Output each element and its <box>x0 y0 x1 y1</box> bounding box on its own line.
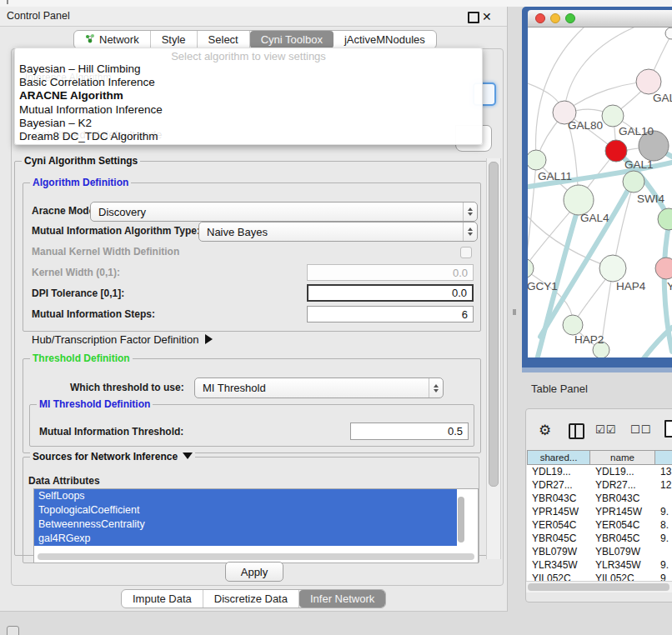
network-window-titlebar[interactable] <box>528 10 672 28</box>
table-cell[interactable]: YPR145W <box>532 505 579 518</box>
table-cell[interactable]: 9. <box>660 558 669 572</box>
table-cell[interactable]: 12 <box>660 478 671 492</box>
expanded-arrow-icon[interactable] <box>183 452 193 459</box>
table-cell[interactable]: 9 <box>660 572 666 581</box>
data-attributes-list[interactable]: SelfLoopsTopologicalCoefficientBetweenne… <box>33 488 479 563</box>
table-cell[interactable]: 8. <box>660 518 669 532</box>
mi-type-combo[interactable]: Naive Bayes <box>198 222 478 242</box>
network-node[interactable] <box>658 208 672 230</box>
data-attribute-item[interactable]: gal4RGexp <box>34 532 457 546</box>
table-column-header[interactable] <box>655 450 672 465</box>
data-attribute-item[interactable]: BetweennessCentrality <box>34 518 457 532</box>
table-cell[interactable]: YBL079W <box>595 545 640 558</box>
close-icon[interactable]: ✕ <box>482 8 492 25</box>
tab-label: Infer Network <box>310 590 374 608</box>
data-attribute-item[interactable]: TopologicalCoefficient <box>34 503 457 518</box>
table-cell[interactable]: YBR045C <box>595 532 639 545</box>
table-cell[interactable]: YDL19... <box>595 465 634 478</box>
network-graph[interactable]: GALGAL80GAL10GAL1GAL11SWI4GAL4GCY1HAP4YH… <box>528 28 672 358</box>
aracne-mode-combo[interactable]: Discovery <box>90 202 478 222</box>
float-window-icon[interactable] <box>468 12 479 23</box>
network-node[interactable] <box>528 150 546 170</box>
collapsed-panel-icon[interactable] <box>7 626 19 635</box>
data-attribute-item[interactable]: SelfLoops <box>34 489 457 503</box>
table-cell[interactable]: YLR345W <box>595 558 641 572</box>
kernel-width-field[interactable]: 0.0 <box>307 264 474 281</box>
tab-select[interactable]: Select <box>198 31 250 48</box>
manual-kernel-checkbox[interactable] <box>460 247 472 258</box>
table-cell[interactable]: YBR045C <box>532 532 576 545</box>
table-cell[interactable]: YDR27... <box>595 478 636 492</box>
close-traffic-light-icon[interactable] <box>535 13 545 23</box>
table-cell[interactable]: YBR043C <box>595 492 639 505</box>
control-panel-titlebar: Control Panel ✕ <box>0 7 507 27</box>
network-node[interactable] <box>564 185 594 215</box>
table-horizontal-scrollbar-thumb[interactable] <box>528 583 669 591</box>
table-body[interactable]: YDL19...YDL19...13YDR27...YDR27...12YBR0… <box>527 465 672 581</box>
tab-style[interactable]: Style <box>151 31 198 48</box>
algorithm-option[interactable]: Mutual Information Inference <box>15 103 482 117</box>
network-node[interactable] <box>636 69 661 94</box>
tab-discretize-data[interactable]: Discretize Data <box>203 590 299 608</box>
list-vertical-scrollbar[interactable] <box>458 497 464 542</box>
which-threshold-combo[interactable]: MI Threshold <box>194 378 444 398</box>
select-all-checkboxes-icon[interactable]: ☑☑ <box>595 423 616 436</box>
tab-cyni-toolbox[interactable]: Cyni Toolbox <box>250 31 333 48</box>
combo-spinner-icon[interactable] <box>429 378 443 398</box>
deselect-all-checkboxes-icon[interactable]: ☐☐ <box>630 423 651 436</box>
node-label: GAL80 <box>568 119 603 132</box>
panel-scrollbar-thumb[interactable] <box>489 162 499 487</box>
hub-definition-toggle[interactable]: Hub/Transcription Factor Definition <box>32 333 213 346</box>
which-threshold-value: MI Threshold <box>195 382 429 394</box>
combo-spinner-icon[interactable] <box>463 222 477 241</box>
zoom-traffic-light-icon[interactable] <box>565 13 575 23</box>
tab-jactivemnodules[interactable]: jActiveMNodules <box>333 31 436 48</box>
network-edge[interactable] <box>528 162 536 267</box>
dpi-tolerance-field[interactable]: 0.0 <box>307 284 474 302</box>
table-column-header[interactable]: shared... <box>527 450 590 465</box>
apply-button[interactable]: Apply <box>225 562 283 582</box>
mi-threshold-field[interactable]: 0.5 <box>350 422 469 440</box>
tab-infer-network[interactable]: Infer Network <box>299 590 385 608</box>
table-cell[interactable]: YER054C <box>595 518 639 532</box>
table-cell[interactable]: YER054C <box>532 518 576 532</box>
columns-icon[interactable] <box>569 423 584 439</box>
network-node[interactable] <box>665 28 672 39</box>
splitter-handle[interactable] <box>513 309 516 315</box>
table-cell[interactable]: YDR27... <box>532 478 573 492</box>
document-icon[interactable] <box>664 420 672 438</box>
network-node[interactable] <box>623 171 644 192</box>
network-node[interactable] <box>655 258 672 279</box>
table-cell[interactable]: YPR145W <box>595 505 642 518</box>
network-edge[interactable] <box>566 82 647 111</box>
panel-scrollbar-track[interactable] <box>486 158 501 559</box>
gear-icon[interactable]: ⚙ <box>539 422 551 439</box>
tab-label: Discretize Data <box>214 590 288 608</box>
network-edge[interactable] <box>564 28 634 111</box>
network-edge[interactable] <box>536 28 584 158</box>
network-node[interactable] <box>599 255 626 282</box>
table-cell[interactable]: YDL19... <box>532 465 571 478</box>
table-cell[interactable]: 9. <box>660 505 669 518</box>
combo-spinner-icon[interactable] <box>463 202 477 221</box>
tab-impute-data[interactable]: Impute Data <box>122 590 203 608</box>
table-cell[interactable]: 9. <box>660 532 669 545</box>
collapsed-arrow-icon[interactable] <box>205 334 213 344</box>
table-cell[interactable]: YLR345W <box>532 558 578 572</box>
tab-network[interactable]: Network <box>74 31 151 48</box>
mi-type-value: Naive Bayes <box>199 226 463 238</box>
network-node[interactable] <box>602 105 624 127</box>
network-node[interactable] <box>563 315 583 335</box>
table-cell[interactable]: YIL052C <box>532 572 571 581</box>
minimize-traffic-light-icon[interactable] <box>550 13 560 23</box>
table-cell[interactable]: 13 <box>660 465 671 478</box>
table-cell[interactable]: YBL079W <box>532 545 577 558</box>
mi-threshold-legend: MI Threshold Definition <box>37 398 153 410</box>
table-column-header[interactable]: name <box>590 450 655 465</box>
table-horizontal-scrollbar-track[interactable] <box>526 581 672 592</box>
table-cell[interactable]: YIL052C <box>595 572 634 581</box>
algorithm-option[interactable]: ARACNE Algorithm <box>15 89 482 102</box>
table-cell[interactable]: YBR043C <box>532 492 576 505</box>
list-horizontal-scrollbar[interactable] <box>38 553 474 560</box>
mi-steps-field[interactable]: 6 <box>307 306 474 322</box>
